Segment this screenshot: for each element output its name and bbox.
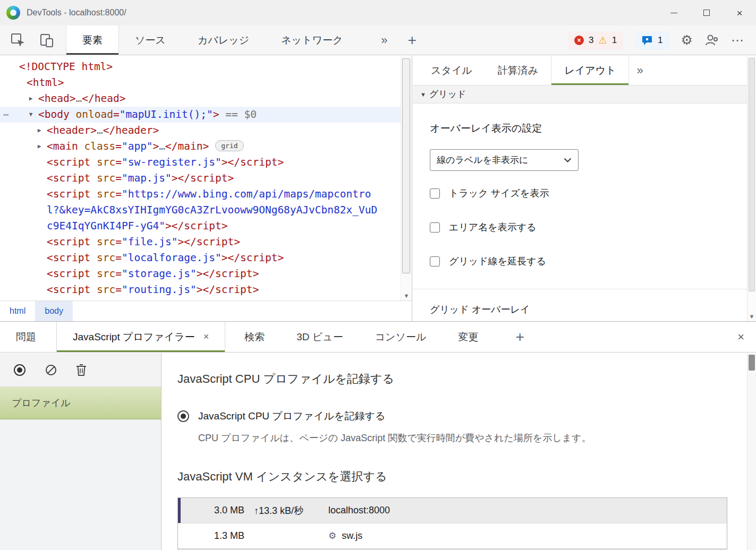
dom-tree-node[interactable]: ▶<main class="app">…</main>grid [0,139,401,154]
dom-tree-node[interactable]: <html> [0,75,401,91]
drawer-scrollbar[interactable] [747,353,756,550]
dom-tree-node[interactable]: ▶<header>…</header> [0,123,401,139]
expand-arrow-icon[interactable]: ▶ [27,91,35,107]
tab-layout-label: レイアウト [564,64,616,78]
tab-search[interactable]: 検索 [228,322,281,352]
clear-button[interactable] [45,364,57,376]
issues-counter-button[interactable]: × 3 ⚠ 1 [568,31,623,49]
dom-tree-node[interactable]: <script src="file.js"></script> [0,234,401,250]
code-token: <body [38,108,70,121]
code-token: = [115,236,122,248]
dom-tree-node[interactable]: l?&key=AkC8xsYIHIgmYG0cA3ZrLvooww9ONg68y… [0,202,401,218]
record-button[interactable] [13,363,27,377]
expand-arrow-icon[interactable]: ▶ [35,123,44,139]
scrollbar-thumb[interactable] [749,58,755,291]
code-token: ></script> [165,220,227,232]
show-track-sizes-option[interactable]: トラック サイズを表示 [430,187,756,200]
dom-tree[interactable]: <!DOCTYPE html><html>▶<head>…</head>⋯▼<b… [0,56,401,300]
code-token: l?&key=AkC8xsYIHIgmYG0cA3ZrLvooww9ONg68y… [47,204,377,216]
code-token: src [90,172,115,184]
code-token: = [115,140,122,152]
inspect-element-button[interactable] [9,31,28,50]
vm-instance-row[interactable]: 1.3 MB ⚙ sw.js [178,523,727,549]
scrollbar-thumb[interactable] [749,355,755,371]
dom-tree-node[interactable]: ▶<head>…</head> [0,91,401,107]
tab-3d-view[interactable]: 3D ビュー [281,322,359,352]
dom-tree-node[interactable]: <script src="https://www.bing.com/api/ma… [0,186,401,202]
dom-tree-node[interactable]: <script src="sw-register.js"></script> [0,154,401,170]
tab-layout[interactable]: レイアウト [551,56,629,85]
checkbox-label: トラック サイズを表示 [449,187,549,200]
tab-changes[interactable]: 変更 [442,322,494,352]
tab-styles[interactable]: スタイル [418,56,485,85]
grid-section-header[interactable]: ▼ グリッド [413,85,756,104]
vm-name-text: sw.js [342,530,362,542]
gear-icon: ⚙ [681,33,693,47]
minimize-button[interactable] [657,0,690,25]
node-more-actions-icon[interactable]: ⋯ [3,107,9,123]
code-token: ></script> [197,268,259,280]
checkbox-label: エリア名を表示する [449,221,537,234]
scroll-down-icon[interactable]: ▼ [401,293,412,299]
close-button[interactable]: × [723,0,756,25]
checkbox-icon[interactable] [430,188,440,199]
more-sidebar-tabs-button[interactable]: » [636,64,643,78]
tab-coverage[interactable]: カバレッジ [182,25,265,55]
vm-size: 3.0 MB [178,505,244,516]
accounts-button[interactable] [704,33,719,48]
add-tab-button[interactable]: + [408,32,417,49]
breadcrumb-html[interactable]: html [0,301,35,321]
expand-arrow-icon[interactable]: ▶ [35,139,44,154]
device-toolbar-button[interactable] [37,31,56,50]
scrollbar-thumb[interactable] [402,58,410,273]
dom-tree-node[interactable]: c9E4IqYGnKI4PF-yG4"></script> [0,218,401,234]
grid-badge[interactable]: grid [215,140,243,151]
more-options-button[interactable]: ⋯ [731,34,744,47]
code-token: <script [47,236,90,248]
tab-console[interactable]: コンソール [359,322,443,352]
layout-scrollbar[interactable]: ▼ [747,56,756,321]
more-tabs-button[interactable]: » [381,33,387,47]
code-token: "mapUI.init();" [120,108,213,121]
line-labels-dropdown[interactable]: 線のラベルを非表示に [430,149,579,171]
maximize-button[interactable] [690,0,723,25]
close-tab-icon[interactable]: × [203,331,209,342]
feedback-counter-button[interactable]: 1 [635,31,669,49]
tab-sources[interactable]: ソース [119,25,182,55]
tab-elements[interactable]: 要素 [66,25,119,55]
trash-icon [75,364,87,376]
elements-panel: <!DOCTYPE html><html>▶<head>…</head>⋯▼<b… [0,56,412,321]
dom-tree-node[interactable]: <script src="localforage.js"></script> [0,250,401,266]
checkbox-icon[interactable] [430,222,440,233]
device-emulation-icon [39,32,55,48]
code-token: <!DOCTYPE html> [19,61,113,73]
elements-scrollbar[interactable]: ▼ [401,56,412,300]
dom-tree-node[interactable]: <script src="storage.js"></script> [0,266,401,282]
scroll-down-icon[interactable]: ▼ [747,313,756,320]
profiles-section-header[interactable]: プロファイル [0,387,161,419]
tab-network[interactable]: ネットワーク [265,25,359,55]
show-area-names-option[interactable]: エリア名を表示する [430,221,756,234]
dom-tree-node[interactable]: <!DOCTYPE html> [0,59,401,75]
dom-tree-node[interactable]: ⋯▼<body onload="mapUI.init();"> == $0 [0,107,401,123]
tab-coverage-label: カバレッジ [198,33,249,47]
tab-computed[interactable]: 計算済み [485,56,551,85]
tab-console-label: コンソール [375,330,427,344]
dom-tree-node[interactable]: <script src="map.js"></script> [0,170,401,186]
code-token: <header> [47,124,97,136]
checkbox-icon[interactable] [430,256,440,267]
radio-selected-icon[interactable] [177,410,189,422]
tab-issues[interactable]: 問題 [0,322,52,352]
tab-js-profiler[interactable]: JavaScript プロファイラー × [56,322,225,352]
add-drawer-tab-button[interactable]: + [515,329,524,346]
cpu-profile-option[interactable]: JavaScript CPU プロファイルを記録する [177,409,756,423]
close-drawer-button[interactable]: × [737,322,744,352]
dom-tree-node[interactable]: <script src="routing.js"></script> [0,282,401,298]
breadcrumb-body[interactable]: body [35,301,73,321]
delete-button[interactable] [75,364,87,376]
vm-size: 1.3 MB [178,530,244,542]
collapse-arrow-icon[interactable]: ▼ [27,107,35,123]
settings-button[interactable]: ⚙ [681,33,693,47]
extend-grid-lines-option[interactable]: グリッド線を延長する [430,255,756,268]
vm-instance-row[interactable]: 3.0 MB ↑13.3 kB/秒 localhost:8000 [178,498,727,523]
